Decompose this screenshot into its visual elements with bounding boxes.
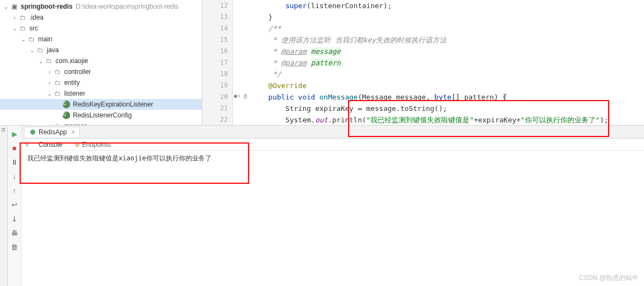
run-panel: n: ▶ ■ ⏸ ↓ ↑ ↩ ⤓ 🖶 🗑 ⬢ RedisApp × ≡ Cons… [0, 125, 644, 286]
chevron-icon[interactable]: › [46, 68, 53, 76]
folder-icon: 🗀 [27, 35, 36, 43]
class-icon: C [62, 100, 71, 109]
line-number: 15 [202, 34, 232, 46]
tree-row[interactable]: ⌄🗀com.xiaojie [0, 55, 202, 66]
package-icon: 🗀 [45, 57, 53, 65]
chevron-icon [54, 101, 62, 108]
code-line[interactable]: } [251, 11, 644, 23]
override-marker[interactable]: ●↑ @ [234, 93, 247, 99]
console-output[interactable]: 我已经监测到键值失效啦键值是xiaojie你可以执行你的业务了 [22, 151, 644, 286]
scroll-icon[interactable]: ⤓ [10, 214, 20, 223]
tree-row[interactable]: ⌄🗀java [0, 45, 202, 55]
code-line[interactable]: * @param pattern [251, 57, 644, 69]
run-label: n: [0, 126, 8, 286]
tree-label: controller [64, 68, 91, 76]
tree-label: RedisListenerConfig [73, 111, 132, 119]
tree-row[interactable]: ›🗀.idea [0, 12, 202, 23]
tree-row[interactable]: ›🗀controller [0, 66, 202, 77]
package-icon: 🗀 [53, 67, 62, 76]
pause-icon[interactable]: ⏸ [10, 157, 20, 167]
down-icon[interactable]: ↓ [10, 171, 20, 181]
tree-path: D:\idea-workspace\springboot-redis [76, 3, 178, 10]
line-number: 12 [202, 0, 232, 11]
package-icon: 🗀 [53, 78, 62, 87]
code-editor[interactable]: 1213141516171819202122 ●↑ @ super(listen… [202, 0, 644, 125]
chevron-icon[interactable]: ⌄ [46, 90, 53, 97]
code-line[interactable]: * @param message [251, 46, 644, 57]
trash-icon[interactable]: 🗑 [10, 242, 20, 252]
module-icon: ▣ [10, 2, 18, 11]
up-icon[interactable]: ↑ [10, 185, 20, 195]
code-line[interactable]: System.out.println("我已经监测到键值失效啦键值是"+expi… [251, 114, 644, 126]
tree-label: src [29, 24, 38, 32]
chevron-icon[interactable]: ⌄ [2, 3, 10, 10]
run-tab-label: RedisApp [39, 128, 67, 136]
tree-label: entity [64, 79, 80, 86]
gutter-icons: ●↑ @ [233, 0, 250, 125]
tree-row[interactable]: ⌄🗀main [0, 34, 202, 45]
run-tab-redisapp[interactable]: ⬢ RedisApp × [24, 127, 80, 138]
chevron-icon[interactable]: ⌄ [20, 35, 27, 43]
tree-label: java [47, 46, 59, 54]
print-icon[interactable]: 🖶 [10, 228, 20, 238]
rerun-icon[interactable]: ▶ [10, 129, 20, 139]
tree-row[interactable]: ⌄🗀src [0, 23, 202, 34]
line-number: 20 [202, 91, 232, 103]
tree-row[interactable]: CRedisListenerConfig [0, 110, 202, 121]
code-line[interactable]: String expiraKey = message.toString(); [251, 103, 644, 114]
folder-icon: 🗀 [18, 24, 27, 33]
tree-row[interactable]: ⌄▣springboot-redisD:\idea-workspace\spri… [0, 1, 202, 12]
tree-label: .idea [29, 14, 44, 21]
tree-row[interactable]: ⌄🗀listener [0, 88, 202, 99]
code-line[interactable]: @Override [251, 80, 644, 91]
line-number: 14 [202, 23, 232, 34]
folder-icon: 🗀 [18, 13, 27, 22]
code-line[interactable]: */ [251, 69, 644, 80]
editor-gutter: 1213141516171819202122 [202, 0, 233, 125]
tree-row[interactable]: ›🗀entity [0, 77, 202, 88]
code-line[interactable]: /** [251, 23, 644, 34]
tab-endpoints[interactable]: ⊕ Endpoints [72, 140, 113, 150]
watermark: CSDN @熟透的蜗牛 [579, 273, 639, 283]
tree-label: com.xiaojie [55, 57, 88, 65]
soft-wrap-icon[interactable]: ↩ [10, 200, 20, 209]
code-line[interactable]: * 使用该方法监听 当我们都key失效的时候执行该方法 [251, 34, 644, 46]
line-number: 21 [202, 103, 232, 114]
run-toolbar: ▶ ■ ⏸ ↓ ↑ ↩ ⤓ 🖶 🗑 [8, 126, 22, 286]
tree-row[interactable]: CRedisKeyExpirationListener [0, 99, 202, 110]
line-number: 22 [202, 114, 232, 126]
project-tree[interactable]: ⌄▣springboot-redisD:\idea-workspace\spri… [0, 0, 202, 125]
line-number: 16 [202, 46, 232, 57]
chevron-icon[interactable]: ⌄ [11, 24, 18, 32]
stop-icon[interactable]: ■ [10, 143, 20, 153]
line-number: 18 [202, 69, 232, 80]
line-number: 17 [202, 57, 232, 69]
tree-label: listener [64, 90, 85, 97]
chevron-icon[interactable]: ⌄ [28, 46, 36, 54]
tab-console[interactable]: Console [36, 140, 65, 150]
run-tabs: ⬢ RedisApp × [22, 126, 644, 139]
tree-row[interactable]: ›🗀mapper [0, 121, 202, 125]
endpoints-icon: ⊕ [75, 141, 80, 148]
line-number: 19 [202, 80, 232, 91]
sub-tabs: ≡ Console ⊕ Endpoints [22, 139, 644, 151]
chevron-icon [54, 111, 62, 119]
code-line[interactable]: super(listenerContainer); [251, 0, 644, 11]
code-line[interactable]: public void onMessage(Message message, b… [251, 91, 644, 103]
code-area[interactable]: super(listenerContainer); } /** * 使用该方法监… [251, 0, 644, 125]
chevron-icon[interactable]: › [11, 14, 18, 21]
close-icon[interactable]: × [71, 128, 75, 136]
tree-label: RedisKeyExpirationListener [73, 101, 153, 108]
line-number: 13 [202, 11, 232, 23]
tree-label: springboot-redis [21, 3, 72, 10]
chevron-icon[interactable]: › [46, 79, 53, 86]
chevron-icon[interactable]: ⌄ [37, 57, 45, 65]
tree-label: main [38, 35, 52, 43]
spring-icon: ⬢ [29, 128, 36, 136]
class-icon: C [62, 111, 71, 120]
folder-icon: 🗀 [36, 46, 45, 54]
package-icon: 🗀 [53, 89, 62, 98]
toggle-icon[interactable]: ≡ [25, 141, 29, 148]
